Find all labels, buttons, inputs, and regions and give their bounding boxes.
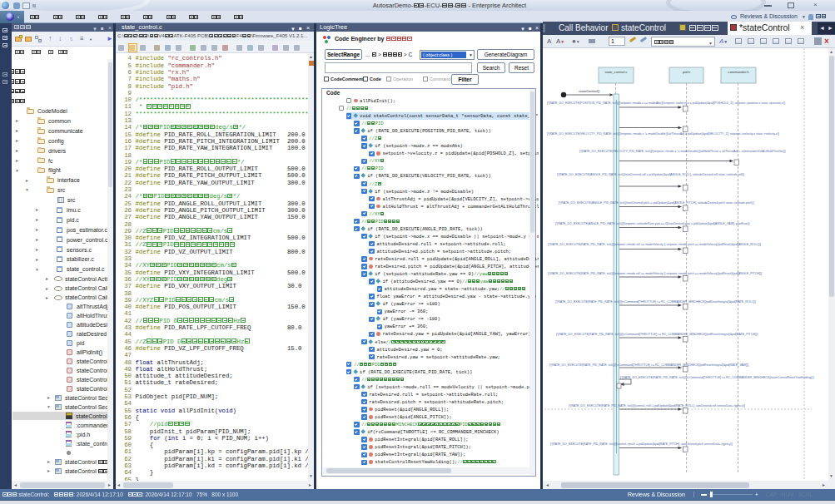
svg-text:[!(RATE_DO_EXECUTE(ANGLE_PID_R: [!(RATE_DO_EXECUTE(ANGLE_PID_RATE, tick)…: [557, 173, 744, 176]
svg-text:[!(RATE_DO_EXECUTE(VELOCITY_PI: [!(RATE_DO_EXECUTE(VELOCITY_PID_RATE, ti…: [547, 132, 779, 136]
svg-text:stateControl(): stateControl(): [579, 89, 600, 93]
svg-text:[!(RATE_DO_EXECUTE(RATE_PID_RA: [!(RATE_DO_EXECUTE(RATE_PID_RATE, tick)]…: [569, 404, 745, 408]
svg-text:[!(RATE_DO_EXECUTE(RATE_PID_RA: [!(RATE_DO_EXECUTE(RATE_PID_RATE, tick)]…: [548, 243, 761, 246]
svg-text:commander.h: commander.h: [728, 70, 749, 74]
svg-text:state_control.c: state_control.c: [604, 70, 627, 74]
svg-text:[!(RATE_DO_EXECUTE(POSITION_PI: [!(RATE_DO_EXECUTE(POSITION_PID_RATE, ti…: [547, 101, 785, 105]
svg-text:[!(RATE_DO_EXECUTE(ANGLE_PID_R: [!(RATE_DO_EXECUTE(ANGLE_PID_RATE, tick)…: [559, 201, 754, 205]
svg-text:[!(RATE_DO_EXECUTE(RATE_PID_RA: [!(RATE_DO_EXECUTE(RATE_PID_RATE, tick)]…: [550, 442, 733, 446]
svg-text:pid.h: pid.h: [683, 70, 691, 74]
svg-text:[!(RATE_DO_EXECUTE(RATE_PID_RA: [!(RATE_DO_EXECUTE(RATE_PID_RATE, tick)]…: [556, 333, 758, 336]
svg-text:[!(RATE_DO_EXECUTE(RATE_PID_RA: [!(RATE_DO_EXECUTE(RATE_PID_RATE, tick)]…: [555, 300, 756, 304]
svg-text:[!(RATE_DO_EXECUTE(ANGLE_PID_R: [!(RATE_DO_EXECUTE(ANGLE_PID_RATE, tick)…: [555, 222, 749, 225]
svg-text:[!(RATE_DO_EXECUTE(RATE_PID_RA: [!(RATE_DO_EXECUTE(RATE_PID_RATE, tick)]…: [620, 376, 813, 379]
svg-text:[!(RATE_DO_EXECUTE(RATE_PID_RA: [!(RATE_DO_EXECUTE(RATE_PID_RATE, tick)]…: [549, 363, 748, 367]
svg-text:[!(RATE_DO_EXECUTE(VELOCITY_PI: [!(RATE_DO_EXECUTE(VELOCITY_PID_RATE, ti…: [579, 150, 786, 153]
svg-text:[!(RATE_DO_EXECUTE(RATE_PID_RA: [!(RATE_DO_EXECUTE(RATE_PID_RATE, tick)]…: [548, 272, 762, 275]
